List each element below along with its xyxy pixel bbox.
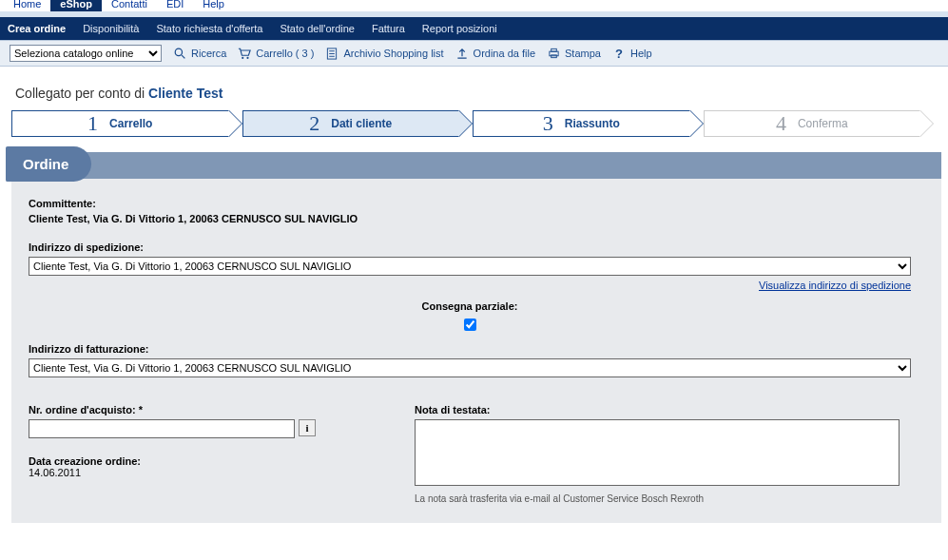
section-bar: Ordine [11, 152, 941, 179]
tab-contatti[interactable]: Contatti [102, 0, 157, 11]
po-number-input[interactable] [29, 419, 295, 438]
search-icon [173, 47, 186, 60]
creation-date-value: 14.06.2011 [29, 467, 316, 478]
toolbar-ricerca-label: Ricerca [191, 48, 226, 59]
step-4-label: Conferma [798, 117, 848, 130]
toolbar-ricerca[interactable]: Ricerca [173, 47, 226, 60]
help-icon: ? [612, 47, 626, 60]
step-1-num: 1 [87, 111, 98, 136]
svg-point-0 [175, 48, 182, 55]
upload-icon [455, 47, 469, 60]
tab-eshop[interactable]: eShop [50, 0, 102, 11]
step-4-num: 4 [776, 111, 786, 136]
toolbar-help[interactable]: ? Help [612, 47, 652, 60]
ordine-tab: Ordine [6, 146, 91, 182]
committente-value: Cliente Test, Via G. Di Vittorio 1, 2006… [29, 213, 924, 224]
print-icon [547, 47, 560, 60]
info-button[interactable]: i [299, 419, 316, 436]
checkout-steps: 1 Carrello 2 Dati cliente 3 Riassunto 4 … [11, 110, 934, 137]
menu-disponibilita[interactable]: Disponibilità [83, 23, 139, 34]
svg-line-1 [182, 55, 184, 58]
cart-icon [238, 47, 251, 60]
toolbar: Seleziona catalogo online Ricerca Carrel… [0, 40, 948, 67]
step-1-label: Carrello [109, 117, 152, 130]
fatturazione-label: Indirizzo di fatturazione: [29, 343, 924, 355]
main-menu: Crea ordine Disponibilità Stato richiest… [0, 17, 948, 40]
step-3-num: 3 [543, 111, 553, 136]
step-3-label: Riassunto [565, 117, 620, 130]
menu-stato-offerta[interactable]: Stato richiesta d'offerta [156, 23, 262, 34]
toolbar-carrello-label: Carrello ( 3 ) [256, 48, 314, 59]
svg-rect-9 [551, 48, 556, 51]
menu-crea-ordine[interactable]: Crea ordine [8, 23, 66, 34]
billing-address-select[interactable]: Cliente Test, Via G. Di Vittorio 1, 2006… [29, 358, 911, 377]
note-hint: La nota sarà trasferita via e-mail al Cu… [415, 493, 924, 504]
toolbar-ordina-file-label: Ordina da file [474, 48, 535, 59]
step-dati-cliente[interactable]: 2 Dati cliente [242, 110, 460, 137]
client-name: Cliente Test [148, 86, 222, 101]
menu-fattura[interactable]: Fattura [372, 23, 405, 34]
toolbar-carrello[interactable]: Carrello ( 3 ) [238, 47, 314, 60]
menu-stato-ordine[interactable]: Stato dell'ordine [280, 23, 355, 34]
toolbar-ordina-file[interactable]: Ordina da file [455, 47, 535, 60]
header-note-label: Nota di testata: [415, 404, 924, 415]
partial-delivery-checkbox[interactable] [464, 319, 476, 331]
shipping-address-select[interactable]: Cliente Test, Via G. Di Vittorio 1, 2006… [29, 257, 911, 276]
toolbar-archivio[interactable]: Archivio Shopping list [325, 47, 443, 60]
creation-date-label: Data creazione ordine: [29, 455, 316, 467]
header-note-textarea[interactable] [415, 419, 900, 486]
svg-point-3 [247, 56, 249, 58]
toolbar-stampa[interactable]: Stampa [547, 47, 601, 60]
step-conferma: 4 Conferma [704, 110, 921, 137]
step-2-num: 2 [309, 111, 319, 136]
order-form: Committente: Cliente Test, Via G. Di Vit… [11, 179, 941, 523]
view-shipping-link[interactable]: Visualizza indirizzo di spedizione [759, 280, 911, 291]
step-riassunto[interactable]: 3 Riassunto [473, 110, 690, 137]
menu-report[interactable]: Report posizioni [422, 23, 497, 34]
svg-point-2 [242, 56, 243, 58]
catalog-select[interactable]: Seleziona catalogo online [10, 45, 162, 62]
tab-edi[interactable]: EDI [157, 0, 193, 11]
po-number-label: Nr. ordine d'acquisto: * [29, 404, 316, 415]
step-carrello[interactable]: 1 Carrello [11, 110, 229, 137]
step-2-label: Dati cliente [331, 117, 392, 130]
connected-as: Collegato per conto di Cliente Test [15, 86, 940, 101]
spedizione-label: Indirizzo di spedizione: [29, 241, 924, 253]
toolbar-archivio-label: Archivio Shopping list [343, 48, 443, 59]
committente-label: Committente: [29, 198, 924, 209]
partial-delivery-label: Consegna parziale: [29, 300, 911, 312]
tab-home[interactable]: Home [4, 0, 50, 11]
list-icon [325, 47, 339, 60]
toolbar-stampa-label: Stampa [565, 48, 601, 59]
tab-help[interactable]: Help [193, 0, 234, 11]
toolbar-help-label: Help [630, 48, 652, 59]
